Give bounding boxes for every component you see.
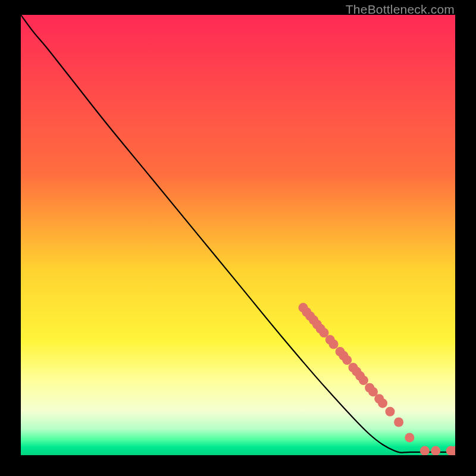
data-point-marker bbox=[394, 418, 403, 427]
data-point-marker bbox=[386, 407, 395, 416]
chart-svg bbox=[21, 15, 455, 455]
data-point-marker bbox=[329, 340, 339, 349]
data-point-marker bbox=[342, 355, 352, 365]
chart-frame: TheBottleneck.com bbox=[0, 0, 476, 476]
data-point-marker bbox=[405, 433, 414, 442]
chart-plot-area bbox=[21, 15, 455, 455]
data-point-marker bbox=[420, 446, 430, 455]
data-point-marker bbox=[378, 399, 387, 408]
data-point-marker bbox=[431, 446, 440, 455]
data-point-marker bbox=[359, 375, 368, 385]
gradient-background bbox=[21, 15, 455, 455]
